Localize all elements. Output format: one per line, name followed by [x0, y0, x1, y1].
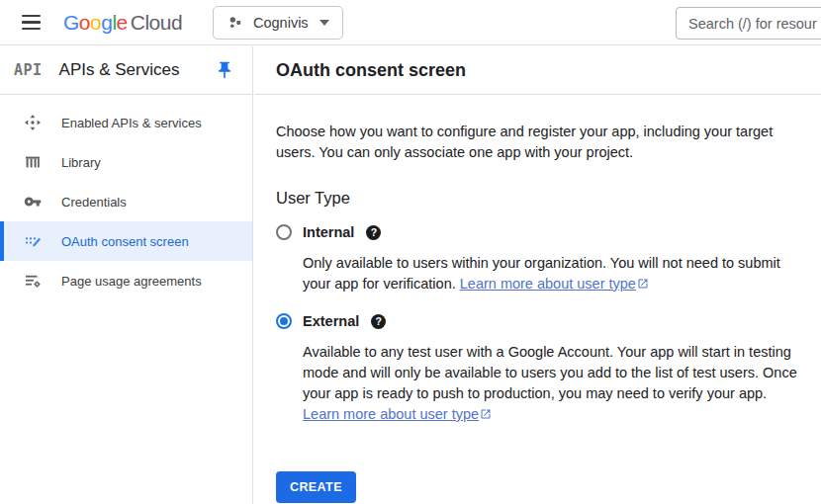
chevron-down-icon — [319, 20, 329, 26]
external-description-text: Available to any test user with a Google… — [303, 344, 797, 401]
intro-text: Choose how you want to configure and reg… — [276, 122, 775, 163]
sidebar-title: APIs & Services — [59, 60, 215, 80]
sidebar-item-enabled-apis[interactable]: Enabled APIs & services — [0, 103, 252, 142]
open-in-new-icon — [480, 408, 492, 420]
google-cloud-logo[interactable]: GoogleCloud — [63, 9, 182, 37]
project-selector-button[interactable]: Cognivis — [213, 6, 343, 40]
search-input[interactable] — [676, 7, 821, 40]
page-body: Choose how you want to configure and reg… — [254, 95, 821, 503]
radio-label-internal: Internal — [303, 224, 354, 240]
radio-option-external[interactable]: External ? — [276, 313, 797, 329]
page-title: OAuth consent screen — [276, 60, 466, 81]
radio-internal[interactable] — [276, 224, 292, 240]
logo-letter: e — [117, 11, 128, 34]
api-product-logo: API — [14, 61, 43, 79]
radio-option-internal[interactable]: Internal ? — [276, 224, 797, 240]
radio-external[interactable] — [276, 313, 292, 329]
logo-letter: g — [101, 11, 112, 34]
help-icon[interactable]: ? — [371, 314, 386, 329]
sidebar-item-page-usage-agreements[interactable]: Page usage agreements — [0, 261, 252, 300]
external-description: Available to any test user with a Google… — [303, 342, 797, 425]
help-icon[interactable]: ? — [366, 225, 381, 240]
consent-screen-icon — [24, 232, 42, 250]
sidebar-item-oauth-consent-screen[interactable]: OAuth consent screen — [0, 221, 252, 261]
agreements-icon — [24, 272, 42, 290]
sidebar-item-credentials[interactable]: Credentials — [0, 182, 252, 221]
project-name: Cognivis — [253, 15, 309, 31]
sidebar-item-label: Enabled APIs & services — [61, 116, 202, 130]
open-in-new-icon — [637, 278, 649, 290]
top-navigation-bar: GoogleCloud Cognivis — [0, 0, 821, 45]
page-header: OAuth consent screen — [254, 46, 821, 95]
enabled-apis-icon — [24, 114, 42, 131]
pin-icon[interactable] — [215, 60, 234, 80]
logo-letter: o — [90, 11, 101, 34]
internal-description: Only available to users within your orga… — [303, 253, 797, 294]
sidebar-item-label: Library — [61, 155, 101, 170]
logo-cloud-text: Cloud — [131, 11, 182, 34]
sidebar-nav: Enabled APIs & services Library Credenti… — [0, 95, 252, 300]
sidebar-header: API APIs & Services — [0, 46, 252, 95]
sidebar: API APIs & Services Enabled APIs & servi… — [0, 46, 253, 504]
create-button[interactable]: CREATE — [276, 471, 356, 503]
sidebar-item-library[interactable]: Library — [0, 142, 252, 182]
learn-more-link-text: Learn more about user type — [460, 276, 636, 292]
radio-label-external: External — [303, 313, 359, 329]
main-content: OAuth consent screen Choose how you want… — [254, 46, 821, 504]
sidebar-item-label: Credentials — [61, 195, 127, 210]
logo-letter: G — [63, 11, 79, 34]
learn-more-link-external[interactable]: Learn more about user type — [303, 406, 492, 422]
user-type-heading: User Type — [276, 189, 797, 208]
sidebar-item-label: Page usage agreements — [61, 274, 202, 289]
sidebar-item-label: OAuth consent screen — [61, 234, 189, 249]
library-icon — [24, 153, 42, 171]
learn-more-link-internal[interactable]: Learn more about user type — [460, 276, 649, 292]
key-icon — [24, 193, 42, 210]
learn-more-link-text: Learn more about user type — [303, 406, 479, 422]
logo-letter: o — [79, 11, 90, 34]
project-icon — [227, 14, 244, 32]
menu-icon[interactable] — [22, 15, 41, 30]
